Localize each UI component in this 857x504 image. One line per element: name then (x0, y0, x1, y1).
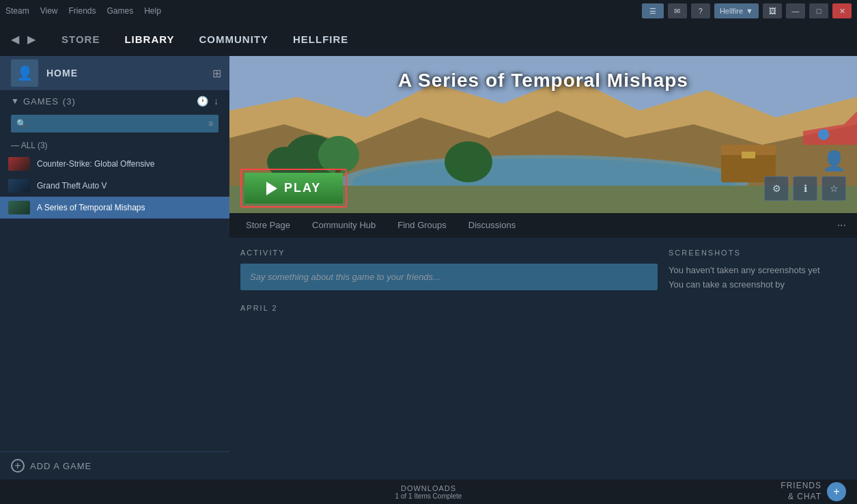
tab-more-button[interactable]: ··· (832, 219, 852, 232)
play-area: PLAY ⚙ ℹ ☆ (240, 169, 846, 208)
svg-point-16 (818, 129, 829, 140)
titlebar-menu: Steam View Friends Games Help (5, 6, 161, 16)
username-label: Hellfire (720, 7, 743, 15)
navbar: ◀ ▶ STORE LIBRARY COMMUNITY HELLFIRE (0, 22, 857, 56)
downloads-status: 1 of 1 Items Complete (395, 492, 462, 500)
nav-library[interactable]: LIBRARY (112, 22, 186, 56)
sidebar: 👤 HOME ⊞ ▼ GAMES (3) 🕐 ↓ 🔍 ≡ — ALL (3) (0, 56, 229, 479)
game-list: Counter-Strike: Global Offensive Grand T… (0, 153, 229, 451)
tab-find-groups[interactable]: Find Groups (387, 213, 458, 238)
user-menu-button[interactable]: Hellfire ▼ (714, 3, 759, 18)
no-screenshots-line2: You can take a screenshot by (669, 279, 785, 290)
csgo-label: Counter-Strike: Global Offensive (37, 159, 155, 169)
screenshots-section: SCREENSHOTS You haven't taken any screen… (669, 249, 846, 468)
hero-game-title: A Series of Temporal Mishaps (398, 70, 688, 91)
menu-friends[interactable]: Friends (68, 6, 96, 16)
tab-store-page[interactable]: Store Page (235, 213, 301, 238)
forward-button[interactable]: ▶ (25, 30, 38, 48)
close-button[interactable]: ✕ (832, 3, 852, 18)
info-button[interactable]: ℹ (793, 176, 817, 201)
activity-input[interactable] (240, 264, 658, 290)
maximize-button[interactable]: □ (809, 3, 828, 18)
content-area: A Series of Temporal Mishaps 👤 PLAY ⚙ ℹ … (229, 56, 857, 479)
game-tabs: Store Page Community Hub Find Groups Dis… (229, 213, 857, 238)
menu-view[interactable]: View (40, 6, 58, 16)
titlebar: Steam View Friends Games Help ☰ ✉ ? Hell… (0, 0, 857, 22)
add-game-button[interactable]: + ADD A GAME (0, 451, 229, 479)
gear-button[interactable]: ⚙ (764, 176, 789, 201)
recent-button[interactable]: 🕐 (197, 96, 208, 107)
play-button[interactable]: PLAY (244, 173, 343, 204)
home-label: HOME (46, 68, 78, 79)
no-screenshots-line1: You haven't taken any screenshots yet (669, 265, 820, 275)
envelope-button[interactable]: ✉ (668, 3, 687, 18)
grid-view-button[interactable]: ⊞ (212, 67, 221, 80)
sidebar-games-section: ▼ GAMES (3) 🕐 ↓ (0, 90, 229, 112)
game-hero: A Series of Temporal Mishaps 👤 PLAY ⚙ ℹ … (229, 56, 857, 213)
friends-chat-label: FRIENDS& CHAT (781, 481, 821, 502)
add-game-label: ADD A GAME (30, 461, 92, 471)
game-item-csgo[interactable]: Counter-Strike: Global Offensive (0, 153, 229, 175)
main-layout: 👤 HOME ⊞ ▼ GAMES (3) 🕐 ↓ 🔍 ≡ — ALL (3) (0, 56, 857, 479)
add-game-icon: + (11, 459, 25, 473)
menu-games[interactable]: Games (107, 6, 134, 16)
friends-chat-icon[interactable]: + (827, 482, 846, 501)
play-button-wrapper: PLAY (240, 169, 347, 208)
chevron-down-icon: ▼ (746, 7, 753, 15)
nav-hellfire[interactable]: HELLFIRE (281, 22, 361, 56)
game-item-gtav[interactable]: Grand Theft Auto V (0, 175, 229, 197)
games-collapse-button[interactable]: ▼ (11, 96, 19, 106)
bottom-bar: DOWNLOADS 1 of 1 Items Complete FRIENDS&… (0, 479, 857, 504)
tab-community-hub[interactable]: Community Hub (301, 213, 387, 238)
filter-icon[interactable]: ≡ (208, 119, 213, 128)
games-controls: 🕐 ↓ (197, 96, 219, 107)
csgo-thumbnail (8, 157, 30, 171)
no-screenshots-text: You haven't taken any screenshots yet Yo… (669, 264, 846, 292)
titlebar-right: ☰ ✉ ? Hellfire ▼ 🖼 — □ ✕ (642, 3, 852, 18)
avatar: 👤 (11, 59, 38, 87)
downloads-label: DOWNLOADS (401, 484, 456, 492)
sidebar-search-container: 🔍 ≡ (11, 115, 219, 132)
downloads-section[interactable]: DOWNLOADS 1 of 1 Items Complete (395, 484, 462, 500)
screenshots-title: SCREENSHOTS (669, 249, 846, 257)
activity-date: APRIL 2 (240, 304, 658, 312)
play-label: PLAY (284, 181, 321, 195)
back-button[interactable]: ◀ (8, 30, 22, 48)
star-button[interactable]: ☆ (821, 176, 846, 201)
friends-chat-section[interactable]: FRIENDS& CHAT + (781, 481, 846, 502)
games-count: (3) (63, 96, 76, 107)
temporal-label: A Series of Temporal Mishaps (37, 203, 145, 212)
svg-rect-14 (742, 152, 755, 158)
all-games-header: — ALL (3) (0, 135, 229, 153)
gtav-thumbnail (8, 179, 30, 193)
sidebar-home[interactable]: 👤 HOME ⊞ (0, 56, 229, 90)
game-content: ACTIVITY APRIL 2 SCREENSHOTS You haven't… (229, 238, 857, 479)
search-input[interactable] (11, 115, 219, 132)
nav-store[interactable]: STORE (49, 22, 112, 56)
menu-steam[interactable]: Steam (5, 6, 29, 16)
play-triangle-icon (266, 182, 277, 195)
menu-help[interactable]: Help (144, 6, 161, 16)
game-item-temporal[interactable]: A Series of Temporal Mishaps (0, 197, 229, 219)
temporal-thumbnail (8, 201, 30, 214)
nav-community[interactable]: COMMUNITY (187, 22, 281, 56)
hero-action-icons: ⚙ ℹ ☆ (764, 176, 846, 201)
activity-section: ACTIVITY APRIL 2 (240, 249, 658, 468)
games-label: GAMES (23, 96, 59, 107)
search-icon: 🔍 (16, 119, 27, 128)
download-button[interactable]: ↓ (214, 96, 219, 107)
steam-icon-button[interactable]: ☰ (642, 3, 664, 18)
help-button[interactable]: ? (691, 3, 710, 18)
nav-arrows: ◀ ▶ (8, 30, 38, 48)
gtav-label: Grand Theft Auto V (37, 181, 107, 191)
tab-discussions[interactable]: Discussions (458, 213, 526, 238)
avatar-button[interactable]: 🖼 (763, 3, 782, 18)
minimize-button[interactable]: — (786, 3, 805, 18)
activity-title: ACTIVITY (240, 249, 658, 257)
all-games-label: — ALL (3) (11, 141, 48, 150)
hero-title-overlay: A Series of Temporal Mishaps (229, 70, 857, 92)
